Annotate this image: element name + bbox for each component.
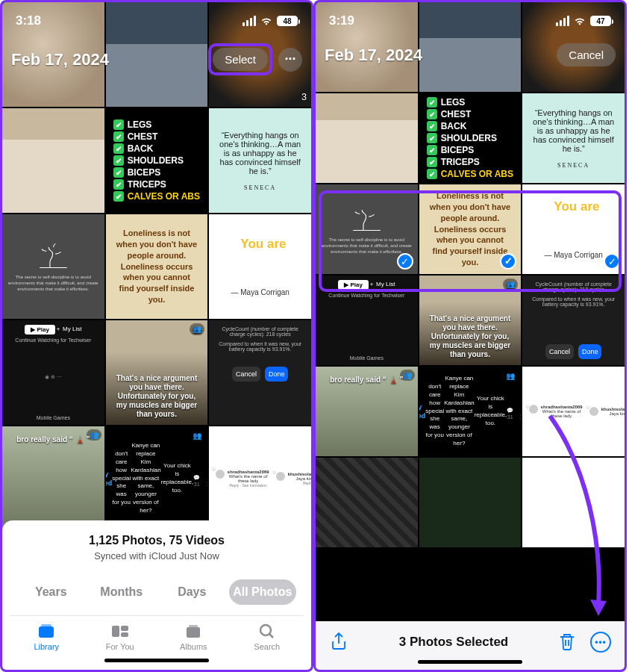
cancel-button[interactable]: Cancel	[557, 43, 616, 66]
photo-thumb[interactable]: Comments prashant_pal_90Jai shree Ram 🙏💛…	[522, 367, 625, 456]
photo-thumb[interactable]: 👥 That's a nice argument you have there.…	[106, 320, 208, 425]
cellular-icon	[556, 16, 569, 26]
photo-grid[interactable]: LEGSCHESTBACKSHOULDERSBICEPSTRICEPSCALVE…	[316, 2, 625, 617]
cellular-icon	[242, 16, 256, 26]
wifi-icon	[260, 16, 273, 26]
photo-thumb[interactable]	[2, 108, 104, 213]
tab-albums[interactable]: Albums	[157, 622, 231, 651]
svg-rect-0	[39, 626, 54, 638]
photo-thumb[interactable]: ▶ Play＋ My List Continue Watching for Te…	[2, 320, 104, 425]
selection-check-icon: ✓	[397, 253, 413, 270]
photo-thumb-selected[interactable]: Loneliness is not when you don't have pe…	[419, 184, 522, 274]
search-icon	[257, 622, 278, 640]
battery-icon: 48	[277, 16, 298, 26]
photo-thumb[interactable]: LEGSCHESTBACKSHOULDERSBICEPSTRICEPSCALVE…	[106, 108, 208, 213]
shared-icon: 👥	[503, 279, 518, 290]
shared-icon: 👥	[190, 323, 204, 335]
header-date: Feb 17, 2024	[11, 50, 109, 69]
photo-thumb[interactable]: CycleCount (number of complete charge cy…	[522, 276, 625, 365]
share-button[interactable]	[329, 632, 350, 653]
photo-thumb[interactable]: 👥 MR | Masculinity Rediscovered ✔ don't …	[106, 426, 208, 531]
tab-library[interactable]: Library	[10, 622, 84, 651]
status-time: 3:19	[329, 13, 354, 28]
wifi-icon	[573, 16, 586, 26]
photo-grid[interactable]: 3 LEGSCHESTBACKSHOULDERSBICEPSTRICEPSCAL…	[2, 2, 311, 505]
photo-thumb[interactable]	[316, 458, 418, 547]
photo-counts: 1,125 Photos, 75 Videos	[89, 534, 225, 547]
photo-thumb[interactable]: “Everything hangs on one's thinking…A ma…	[522, 93, 625, 183]
photo-thumb[interactable]	[419, 458, 522, 547]
selection-check-icon: ✓	[500, 253, 516, 270]
home-indicator[interactable]	[418, 660, 522, 664]
photo-thumb[interactable]	[522, 458, 625, 547]
tab-for-you[interactable]: For You	[84, 622, 157, 651]
tab-search[interactable]: Search	[231, 622, 304, 651]
photo-thumb[interactable]: “Everything hangs on one's thinking…A ma…	[209, 108, 311, 213]
svg-rect-3	[121, 626, 128, 631]
library-header: Feb 17, 2024 Cancel	[316, 43, 625, 66]
photo-thumb[interactable]: 👥 That's a nice argument you have there.…	[419, 276, 522, 365]
home-indicator[interactable]	[104, 659, 209, 662]
svg-rect-2	[112, 626, 119, 637]
status-bar: 3:19 47	[316, 2, 625, 40]
selection-toolbar: 3 Photos Selected •••	[316, 621, 625, 670]
time-segment: Years Months Days All Photos	[10, 579, 304, 605]
albums-icon	[183, 622, 204, 640]
svg-rect-1	[41, 624, 51, 626]
shared-icon: 👥	[190, 429, 204, 443]
photo-thumb[interactable]: The secret to self-discipline is to avoi…	[2, 214, 104, 319]
screenshot-right: LEGSCHESTBACKSHOULDERSBICEPSTRICEPSCALVE…	[313, 0, 627, 672]
photo-thumb-selected[interactable]: The secret to self-discipline is to avoi…	[316, 184, 418, 274]
svg-point-7	[260, 625, 271, 635]
photo-thumb[interactable]: Comments prashant_pal_90Jai shree Ram 🙏💛…	[209, 426, 311, 531]
segment-all-photos[interactable]: All Photos	[229, 579, 297, 605]
library-icon	[36, 622, 57, 640]
status-bar: 3:18 48	[2, 2, 311, 40]
photo-thumb[interactable]: ▶ Play＋ My List Continue Watching for Te…	[316, 276, 418, 365]
photo-thumb[interactable]: 👥 MR | Masculinity Rediscovered ✔ don't …	[419, 367, 522, 456]
svg-rect-6	[189, 625, 198, 627]
svg-rect-5	[187, 627, 200, 638]
sync-status: Synced with iCloud Just Now	[94, 550, 219, 561]
trash-button[interactable]	[557, 632, 578, 653]
selection-count: 3 Photos Selected	[399, 635, 508, 650]
photo-thumb[interactable]: “You are what you eat and read.” — Maya …	[209, 214, 311, 319]
photo-thumb-selected[interactable]: “You are what you eat and read.” — Maya …	[522, 184, 625, 274]
photo-thumb[interactable]: 👥 bro really said “ 🗼 ”	[316, 367, 418, 456]
segment-months[interactable]: Months	[88, 579, 156, 605]
library-footer-sheet: 1,125 Photos, 75 Videos Synced with iClo…	[2, 520, 311, 670]
photo-thumb[interactable]	[316, 93, 418, 183]
battery-icon: 47	[590, 16, 611, 26]
select-button[interactable]: Select	[213, 48, 268, 71]
photo-thumb[interactable]: 👥 bro really said “ 🗼 ”	[2, 426, 104, 531]
more-options-button[interactable]: •••	[590, 632, 611, 653]
highlight-select: Select	[208, 43, 272, 75]
for-you-icon	[110, 622, 131, 640]
selection-check-icon: ✓	[604, 253, 620, 270]
photo-thumb[interactable]: CycleCount (number of complete charge cy…	[209, 320, 311, 425]
library-header: Feb 17, 2024 Select ···	[2, 43, 311, 75]
tab-bar: Library For You Albums Search	[10, 615, 304, 651]
photo-thumb[interactable]: LEGSCHESTBACKSHOULDERSBICEPSTRICEPSCALVE…	[419, 93, 522, 183]
status-time: 3:18	[16, 13, 41, 28]
segment-days[interactable]: Days	[158, 579, 226, 605]
screenshot-left: 3 LEGSCHESTBACKSHOULDERSBICEPSTRICEPSCAL…	[0, 0, 313, 672]
segment-years[interactable]: Years	[17, 579, 85, 605]
more-button[interactable]: ···	[278, 48, 302, 72]
header-date: Feb 17, 2024	[325, 46, 422, 65]
photo-thumb[interactable]: Loneliness is not when you don't have pe…	[106, 214, 208, 319]
svg-rect-4	[121, 632, 128, 637]
shared-icon: 👥	[503, 370, 518, 383]
